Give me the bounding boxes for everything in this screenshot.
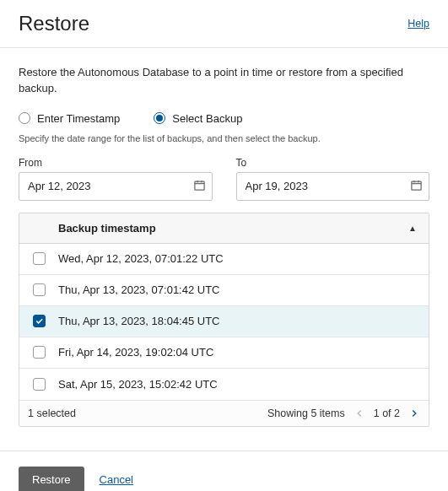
to-label: To [236,157,430,169]
row-checkbox[interactable] [33,283,46,296]
help-link[interactable]: Help [408,18,429,30]
date-range-hint: Specify the date range for the list of b… [19,133,429,143]
enter-timestamp-radio[interactable]: Enter Timestamp [19,112,120,125]
radio-icon [19,112,30,124]
page-title: Restore [19,12,89,35]
radio-label: Select Backup [172,112,242,125]
radio-dot-icon [156,115,163,121]
table-row[interactable]: Fri, Apr 14, 2023, 19:02:04 UTC [19,337,429,369]
backup-timestamp-cell: Thu, Apr 13, 2023, 18:04:45 UTC [58,307,429,335]
row-checkbox[interactable] [33,315,46,327]
radio-icon [154,112,165,124]
next-page-button[interactable] [408,407,420,419]
table-row[interactable]: Wed, Apr 12, 2023, 07:01:22 UTC [19,244,429,275]
backup-timestamp-header[interactable]: Backup timestamp ▲ [58,213,429,243]
restore-mode-radio-group: Enter Timestamp Select Backup [19,112,429,125]
selected-count: 1 selected [28,407,76,419]
intro-text: Restore the Autonomous Database to a poi… [19,65,429,97]
to-date-input[interactable] [236,172,430,201]
table-row[interactable]: Sat, Apr 15, 2023, 15:02:42 UTC [19,369,429,400]
restore-button[interactable]: Restore [19,467,84,491]
backup-timestamp-cell: Sat, Apr 15, 2023, 15:02:42 UTC [58,370,429,398]
from-date-input[interactable] [19,172,213,201]
page-indicator: 1 of 2 [374,407,400,419]
row-checkbox[interactable] [33,252,46,265]
row-checkbox[interactable] [33,378,46,391]
backup-timestamp-cell: Wed, Apr 12, 2023, 07:01:22 UTC [58,245,429,272]
radio-label: Enter Timestamp [37,112,120,125]
prev-page-button[interactable] [354,407,365,419]
select-backup-radio[interactable]: Select Backup [154,112,242,125]
backup-timestamp-cell: Thu, Apr 13, 2023, 07:01:42 UTC [58,276,429,304]
showing-count: Showing 5 items [267,407,345,419]
from-label: From [19,157,213,169]
table-row[interactable]: Thu, Apr 13, 2023, 07:01:42 UTC [19,275,429,306]
backup-table: Backup timestamp ▲ Wed, Apr 12, 2023, 07… [19,213,429,427]
column-header-label: Backup timestamp [58,222,156,235]
row-checkbox[interactable] [33,346,46,359]
sort-asc-icon: ▲ [408,224,417,233]
table-row[interactable]: Thu, Apr 13, 2023, 18:04:45 UTC [19,306,429,337]
backup-timestamp-cell: Fri, Apr 14, 2023, 19:02:04 UTC [58,338,429,366]
cancel-button[interactable]: Cancel [100,473,133,486]
